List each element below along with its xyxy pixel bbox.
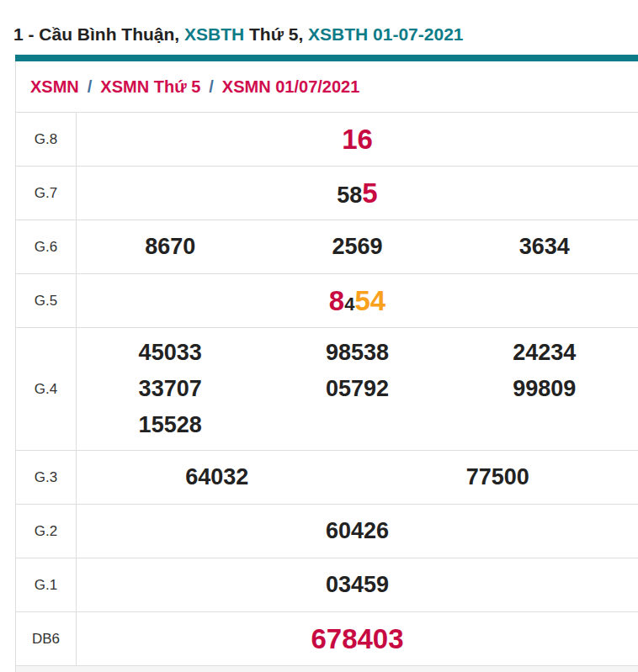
title-segment[interactable]: XSBTH [184, 24, 244, 44]
prize-number-segment: 678403 [311, 622, 403, 656]
breadcrumb-link[interactable]: XSMN [30, 77, 79, 97]
prize-number: 8670 [145, 233, 195, 262]
title-segment[interactable]: XSBTH 01-07-2021 [308, 24, 463, 44]
prize-number-segment: 4 [344, 293, 354, 316]
prize-number-segment: 33707 [139, 375, 202, 404]
breadcrumb-separator: / [79, 77, 101, 97]
prize-number: 585 [337, 176, 377, 210]
footer-strip [16, 666, 638, 672]
table-row: G.36403277500 [16, 451, 638, 505]
page-title: 1 - Cầu Bình Thuận, XSBTH Thứ 5, XSBTH 0… [13, 23, 638, 46]
prize-number-segment: 03459 [326, 571, 389, 600]
prize-number: 678403 [311, 622, 403, 656]
table-row: G.6867025693634 [16, 220, 638, 274]
prize-number: 99809 [513, 375, 576, 404]
prize-label: G.5 [16, 274, 77, 327]
prize-number-segment: 8 [329, 283, 344, 318]
breadcrumb-link[interactable]: XSMN 01/07/2021 [222, 77, 359, 97]
prize-values: 678403 [77, 612, 638, 665]
prize-values: 03459 [77, 558, 638, 611]
results-table: G.816G.7585G.6867025693634G.58454G.44503… [16, 112, 638, 666]
prize-label: G.3 [16, 451, 77, 504]
prize-label: G.6 [16, 220, 77, 273]
prize-number-segment: 99809 [513, 375, 576, 404]
prize-values: 6403277500 [77, 451, 638, 504]
title-segment: Thứ 5, [244, 24, 308, 44]
prize-number-segment: 54 [354, 283, 385, 318]
prize-number: 03459 [326, 571, 389, 600]
table-row: G.816 [16, 113, 638, 167]
prize-number-segment: 15528 [139, 411, 202, 440]
prize-number-segment: 3634 [519, 233, 570, 262]
prize-number-segment: 2569 [332, 233, 382, 262]
prize-number-segment: 64032 [185, 463, 248, 492]
prize-number-segment: 60426 [326, 517, 389, 546]
breadcrumb: XSMN/XSMN Thứ 5/XSMN 01/07/2021 [16, 61, 638, 112]
prize-number-segment: 05792 [326, 375, 389, 404]
prize-number: 77500 [466, 463, 529, 492]
prize-number: 15528 [139, 411, 202, 440]
table-row: DB6678403 [16, 612, 638, 666]
prize-number-segment: 45033 [139, 339, 202, 368]
prize-number-segment: 16 [342, 122, 373, 156]
prize-number-segment: 8670 [145, 233, 195, 262]
table-row: G.260426 [16, 505, 638, 558]
accent-bar [15, 55, 638, 61]
prize-label: G.7 [16, 167, 77, 220]
prize-number: 05792 [326, 375, 389, 404]
prize-number: 3634 [519, 233, 570, 262]
prize-label: G.2 [16, 505, 77, 558]
prize-number: 16 [342, 122, 373, 156]
table-row: G.58454 [16, 274, 638, 328]
prize-number-segment: 24234 [513, 339, 576, 368]
prize-label: G.8 [16, 113, 77, 166]
title-segment: 1 - Cầu Bình Thuận, [13, 24, 184, 44]
prize-values: 45033985382423433707057929980915528 [77, 328, 638, 450]
prize-number: 45033 [139, 339, 202, 368]
prize-number: 2569 [332, 233, 382, 262]
prize-label: G.1 [16, 558, 77, 611]
table-row: G.103459 [16, 558, 638, 612]
prize-number-segment: 58 [337, 182, 362, 210]
prize-values: 16 [77, 113, 638, 166]
prize-label: G.4 [16, 328, 77, 450]
prize-number: 8454 [329, 283, 385, 318]
table-row: G.7585 [16, 167, 638, 220]
prize-values: 60426 [77, 505, 638, 558]
prize-number: 64032 [185, 463, 248, 492]
prize-number: 60426 [326, 517, 389, 546]
prize-number-segment: 98538 [326, 339, 389, 368]
prize-label: DB6 [16, 612, 77, 665]
prize-number: 33707 [139, 375, 202, 404]
lottery-results-page: 1 - Cầu Bình Thuận, XSBTH Thứ 5, XSBTH 0… [0, 23, 638, 672]
breadcrumb-separator: / [200, 77, 222, 97]
prize-number: 98538 [326, 339, 389, 368]
prize-values: 585 [77, 167, 638, 220]
prize-number-segment: 5 [362, 176, 377, 210]
results-panel: XSMN/XSMN Thứ 5/XSMN 01/07/2021 G.816G.7… [15, 61, 638, 672]
prize-values: 867025693634 [77, 220, 638, 273]
prize-number-segment: 77500 [466, 463, 529, 492]
prize-number: 24234 [513, 339, 576, 368]
table-row: G.445033985382423433707057929980915528 [16, 328, 638, 451]
prize-values: 8454 [77, 274, 638, 327]
breadcrumb-link[interactable]: XSMN Thứ 5 [100, 77, 200, 97]
